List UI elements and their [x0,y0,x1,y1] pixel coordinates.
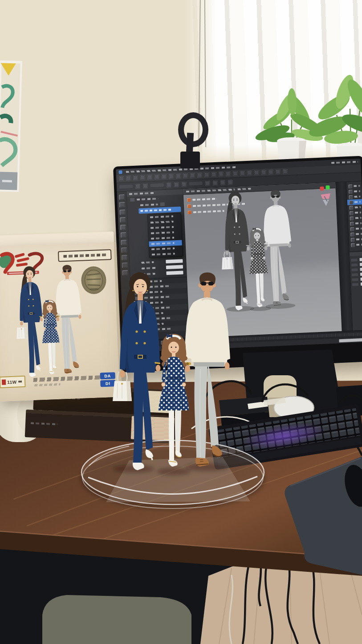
chair [42,595,191,644]
wall-poster [0,60,24,193]
book-spine-text [31,422,57,425]
panel-icon [350,222,354,226]
dropdown-item [149,250,182,257]
open-dropdown-menu [147,213,183,258]
toolbar-icon [261,170,266,175]
photo-desk-scene: 11W DA DI [0,0,362,644]
tool-icon [120,232,126,238]
box-family-artwork [8,261,92,381]
tool-icon [121,240,127,246]
toolbar-icon [155,174,159,179]
toolbar-icon [233,171,238,176]
toolbar-icon [205,181,210,186]
field-value [166,259,183,263]
box-badge [58,249,112,262]
status-value [339,338,362,343]
panel-icon [349,189,353,193]
tool-icon [119,209,126,215]
miniature-family-figures [102,267,244,476]
tool-icon [119,202,125,208]
panel-icon [350,216,354,220]
app-icon [118,170,122,174]
property-row [351,281,362,287]
toolbar-icon [135,184,140,189]
property-value [360,273,362,276]
property-value [360,268,362,271]
monitor-hook-stem [186,133,194,154]
toolbar-icon [228,180,233,185]
toolbar-icon [167,182,171,187]
toolbar-icon [183,173,188,178]
box-sticker: 11W [0,376,26,388]
tool-icon [122,255,128,261]
toolbar-icon [212,172,216,177]
box-caption-squiggle-2 [34,383,60,386]
toolbar-icon [283,169,288,174]
panel-icon [350,227,354,231]
toolbar-icon [276,169,281,174]
toolbar-icon [147,175,152,180]
panel-icon [350,238,354,242]
panel-icon [349,205,353,209]
panel-icon [350,232,354,236]
toolbar-icon [174,182,179,187]
toolbar-icon [268,169,273,174]
axis-red-icon [320,186,324,190]
properties-header [350,252,362,256]
tool-icon [121,247,127,253]
tool-options-chip [119,185,133,189]
panel-icon [348,184,352,188]
toolbar-icon [247,170,252,175]
panel-icon [349,195,353,199]
toolbar-icon [143,184,148,189]
tool-options-chip [189,181,203,186]
toolbar-icon [213,180,218,185]
tool-icon [119,194,125,200]
toolbar-icon [204,172,209,177]
tool-icon [120,217,126,223]
axis-green-icon [325,185,329,189]
toolbar-icon [176,173,181,178]
sticker-mark [2,379,6,385]
tool-options-chip [150,183,164,188]
panel-icon [350,211,354,215]
toolbar-icon [182,182,187,187]
toolbar-icon [220,180,225,185]
toolbar-icon [133,176,138,180]
toolbar-icon [190,173,195,178]
toolbar-icon [119,176,124,181]
window-title [331,160,358,164]
tool-icon [120,225,126,230]
property-value [360,263,362,266]
property-value [360,278,362,281]
toolbar-icon [219,172,224,176]
toolbar-icon [240,171,245,176]
panel-icon [349,200,353,204]
toolbar-icon [254,170,259,175]
monitor-hook-base [180,152,200,168]
right-panel-row [349,242,362,248]
toolbar-icon [162,174,167,179]
toolbar-icon [169,174,174,179]
gizmo-icon [319,193,333,208]
right-icon-list [346,183,362,248]
panel-icon [351,243,355,247]
toolbar-icon [126,176,131,180]
sticker-text: 11W [7,379,17,385]
toolbar-icon [140,175,145,180]
toolbar-icon [197,172,202,177]
toolbar-icon [226,172,231,176]
property-value [359,258,362,261]
